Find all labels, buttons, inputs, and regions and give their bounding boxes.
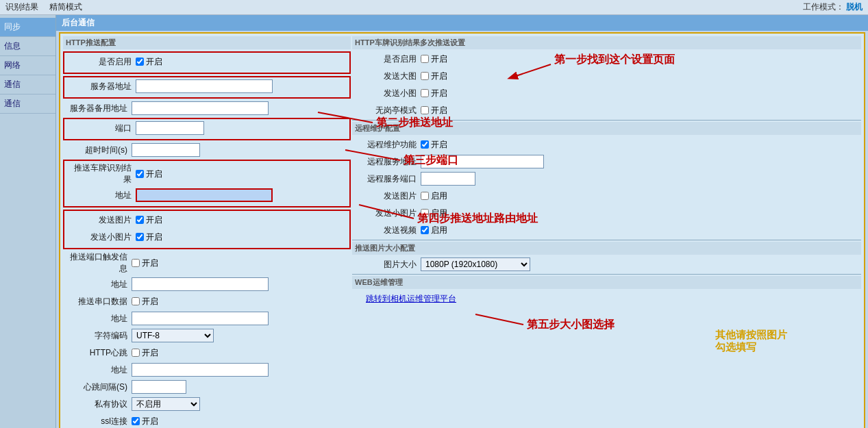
charset-row: 字符编码 UTF-8 GBK — [63, 328, 351, 343]
push-port-checkbox[interactable] — [132, 259, 140, 267]
address3-input[interactable] — [132, 312, 269, 325]
port-input[interactable]: 80 — [136, 121, 204, 135]
push-result-checkbox[interactable] — [136, 170, 144, 178]
private-proto-select[interactable]: 不启用 TCP — [132, 397, 200, 411]
remote-send-image-checkbox[interactable] — [421, 192, 429, 200]
enabled-label: 是否启用 — [67, 56, 136, 68]
sidebar: 同步 信息 网络 通信 通信 — [0, 15, 56, 428]
remote-send-video-checkbox[interactable] — [421, 226, 429, 234]
r-enabled-checkbox[interactable] — [421, 55, 429, 63]
r-enabled-value: 开启 — [421, 53, 861, 65]
push-port-value: 开启 — [132, 257, 351, 269]
outer-form-container: HTTP推送配置 是否启用 开启 — [59, 32, 865, 428]
work-mode-display: 工作模式： 脱机 — [803, 1, 863, 13]
heartbeat-interval-label: 心跳间隔(S) — [63, 381, 132, 393]
charset-select[interactable]: UTF-8 GBK — [132, 329, 214, 342]
image-size-value: 1080P (1920x1080) 720P (1280x720) 480P (… — [421, 257, 861, 271]
remote-func-checkbox[interactable] — [421, 140, 429, 149]
menu-recognition[interactable]: 识别结果 — [5, 1, 38, 13]
r-enabled-label: 是否启用 — [352, 53, 421, 65]
http-push-title: HTTP推送配置 — [63, 36, 351, 49]
left-column: HTTP推送配置 是否启用 开启 — [63, 36, 351, 428]
right-column: HTTP车牌识别结果多次推送设置 是否启用 开启 发送大图 — [352, 36, 861, 428]
remote-port-input[interactable]: 5080 — [421, 172, 475, 186]
callback-addr-row: 地址 /carCallbackTest/ — [67, 188, 347, 203]
remote-send-small-checkbox[interactable] — [421, 209, 429, 217]
private-proto-label: 私有协议 — [63, 399, 132, 410]
enabled-section: 是否启用 开启 — [63, 51, 351, 74]
send-small-checkbox[interactable] — [136, 233, 144, 241]
heartbeat-interval-row: 心跳间隔(S) 5 — [63, 379, 351, 394]
send-small-row: 发送小图片 开启 — [67, 229, 347, 244]
image-size-select[interactable]: 1080P (1920x1080) 720P (1280x720) 480P (… — [421, 257, 530, 271]
server-backup-value — [132, 101, 351, 115]
timeout-row: 超时时间(s) 5 — [63, 142, 351, 158]
push-result-row: 推送车牌识别结果 开启 — [67, 162, 347, 186]
r-no-person-label: 无岗亭模式 — [352, 105, 421, 116]
heartbeat-interval-value: 5 — [132, 380, 351, 394]
address-label: 地址 — [67, 190, 136, 201]
server-addr-input[interactable]: test-api.huidar.com — [136, 79, 273, 93]
r-no-person-checkbox[interactable] — [421, 106, 429, 114]
remote-port-label: 远程服务端口 — [352, 173, 421, 185]
image-size-row: 图片大小 1080P (1920x1080) 720P (1280x720) 4… — [352, 257, 861, 272]
sidebar-item-comm1[interactable]: 通信 — [0, 75, 55, 95]
remote-send-image-value: 启用 — [421, 190, 861, 202]
send-small-value: 开启 — [136, 231, 347, 243]
send-small-label: 发送小图片 — [67, 231, 136, 243]
port-value: 80 — [136, 121, 347, 135]
send-image-row: 发送图片 开启 — [67, 212, 347, 227]
address2-label: 地址 — [63, 279, 132, 290]
ssl-value: 开启 — [132, 416, 351, 427]
remote-server-input[interactable]: message.qy-vds.com — [421, 155, 544, 168]
heartbeat-addr-label: 地址 — [63, 364, 132, 376]
web-ops-row: 跳转到相机运维管理平台 — [352, 291, 861, 306]
enabled-row: 是否启用 开启 — [67, 54, 347, 69]
enabled-checkbox[interactable] — [136, 58, 144, 66]
r-send-big-checkbox[interactable] — [421, 72, 429, 80]
callback-addr-value: /carCallbackTest/ — [136, 188, 347, 202]
heartbeat-interval-input[interactable]: 5 — [132, 380, 186, 394]
image-size-label: 图片大小 — [352, 259, 421, 270]
remote-config-title: 远程维护配置 — [352, 122, 861, 135]
send-image-label: 发送图片 — [67, 214, 136, 226]
timeout-label: 超时时间(s) — [63, 144, 132, 156]
heartbeat-addr-input[interactable] — [132, 363, 269, 377]
sidebar-item-comm2[interactable]: 通信 — [0, 95, 55, 114]
heartbeat-addr-value — [132, 363, 351, 377]
r-send-small-checkbox[interactable] — [421, 89, 429, 97]
remote-send-small-label: 发送小图片 — [352, 207, 421, 219]
section-header: 后台通信 — [56, 15, 868, 31]
push-result-value: 开启 — [136, 168, 347, 180]
push-result-section: 推送车牌识别结果 开启 地址 /carCallbackT — [63, 160, 351, 207]
r-send-small-label: 发送小图 — [352, 88, 421, 99]
menu-simple-mode[interactable]: 精简模式 — [49, 1, 82, 13]
port-row: 端口 80 — [67, 121, 347, 136]
work-mode-value: 脱机 — [846, 2, 863, 12]
remote-port-row: 远程服务端口 5080 — [352, 171, 861, 186]
server-addr-row: 服务器地址 test-api.huidar.com — [67, 79, 347, 94]
address2-input[interactable] — [132, 277, 269, 291]
menu-bar[interactable]: 识别结果 精简模式 — [5, 1, 82, 13]
sidebar-item-info[interactable]: 信息 — [0, 37, 55, 56]
r-enabled-row: 是否启用 开启 — [352, 51, 861, 66]
http-heartbeat-value: 开启 — [132, 347, 351, 359]
ssl-checkbox[interactable] — [132, 417, 140, 425]
address3-row: 地址 — [63, 311, 351, 326]
push-serial-checkbox[interactable] — [132, 297, 140, 305]
http-heartbeat-row: HTTP心跳 开启 — [63, 345, 351, 360]
callback-addr-input[interactable]: /carCallbackTest/ — [136, 188, 273, 202]
sidebar-item-network[interactable]: 网络 — [0, 56, 55, 75]
remote-send-small-value: 启用 — [421, 207, 861, 219]
web-ops-link[interactable]: 跳转到相机运维管理平台 — [366, 293, 456, 305]
top-bar: 识别结果 精简模式 工作模式： 脱机 — [0, 0, 868, 15]
sidebar-item-sync[interactable]: 同步 — [0, 18, 55, 37]
timeout-input[interactable]: 5 — [132, 143, 200, 157]
http-heartbeat-checkbox[interactable] — [132, 349, 140, 357]
two-col-layout: HTTP推送配置 是否启用 开启 — [63, 36, 861, 428]
r-send-small-row: 发送小图 开启 — [352, 86, 861, 101]
send-image-checkbox[interactable] — [136, 216, 144, 224]
address3-label: 地址 — [63, 313, 132, 325]
remote-server-value: message.qy-vds.com — [421, 155, 861, 168]
server-backup-input[interactable] — [132, 101, 269, 115]
